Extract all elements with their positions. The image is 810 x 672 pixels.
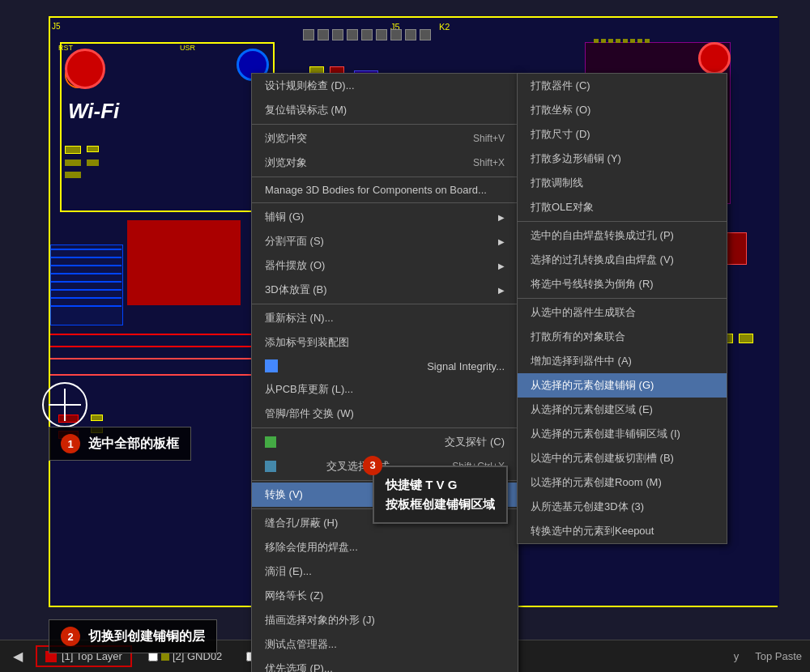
menu-browse-object[interactable]: 浏览对象 Shift+X bbox=[252, 151, 518, 175]
menu-cross-probe[interactable]: 交叉探针 (C) bbox=[252, 430, 518, 454]
submenu-spread-poly[interactable]: 打散多边形铺铜 (Y) bbox=[518, 147, 727, 171]
menu-design-rules[interactable]: 设计规则检查 (D)... bbox=[252, 74, 518, 98]
menu-sep-3 bbox=[252, 202, 518, 203]
menu-assist[interactable]: 辅铜 (G) bbox=[252, 205, 518, 229]
menu-browse-collision[interactable]: 浏览冲突 Shift+V bbox=[252, 126, 518, 151]
step-3-circle: 3 bbox=[363, 456, 382, 475]
submenu-sep-2 bbox=[518, 298, 727, 299]
tooltip-line1: 快捷键 T V G bbox=[386, 475, 495, 495]
probe-icon bbox=[265, 436, 276, 448]
submenu-union-all[interactable]: 打散所有的对象联合 bbox=[518, 325, 727, 349]
step-2-number: 2 bbox=[61, 627, 80, 646]
submenu-free-pad-to-via[interactable]: 选中的自由焊盘转换成过孔 (P) bbox=[518, 223, 727, 248]
tooltip-line2: 按板框创建铺铜区域 bbox=[386, 495, 495, 514]
menu-re-annotate[interactable]: 重新标注 (N)... bbox=[252, 306, 518, 330]
y-coord-label: y bbox=[734, 650, 740, 662]
menu-add-label[interactable]: 添加标号到装配图 bbox=[252, 330, 518, 355]
select-icon bbox=[265, 461, 276, 472]
submenu-copper-from-sel[interactable]: 从选择的元素创建铺铜 (G) bbox=[518, 373, 727, 398]
menu-preferences[interactable]: 优先选项 (P)... bbox=[252, 657, 518, 672]
menu-reset-errors[interactable]: 复位错误标志 (M) bbox=[252, 98, 518, 122]
menu-net-length[interactable]: 网络等长 (Z) bbox=[252, 584, 518, 608]
submenu-3d-from-sel[interactable]: 从所选基元创建3D体 (3) bbox=[518, 495, 727, 519]
menu-comp-exchange[interactable]: 管脚/部件 交换 (W) bbox=[252, 402, 518, 426]
nav-left-button[interactable]: ◀ bbox=[8, 647, 28, 666]
submenu-via-to-free-pad[interactable]: 选择的过孔转换成自由焊盘 (V) bbox=[518, 248, 727, 272]
crosshair bbox=[42, 382, 87, 427]
submenu-room-from-sel[interactable]: 以选择的元素创建Room (M) bbox=[518, 470, 727, 495]
submenu-spread-coord[interactable]: 打散坐标 (O) bbox=[518, 98, 727, 122]
pcb-label-usr: USR bbox=[180, 44, 195, 52]
submenu-convert: 打散器件 (C) 打散坐标 (O) 打散尺寸 (D) 打散多边形铺铜 (Y) 打… bbox=[517, 73, 727, 544]
menu-sep-1 bbox=[252, 124, 518, 125]
submenu-keepout-from-sel[interactable]: 转换选中的元素到Keepout bbox=[518, 519, 727, 543]
submenu-region-from-sel[interactable]: 从选择的元素创建区域 (E) bbox=[518, 398, 727, 422]
menu-sep-5 bbox=[252, 427, 518, 428]
submenu-line-to-arc[interactable]: 将选中号线转换为倒角 (R) bbox=[518, 272, 727, 296]
submenu-union-from-sel[interactable]: 从选中的器件生成联合 bbox=[518, 300, 727, 325]
submenu-spread-curve[interactable]: 打散调制线 bbox=[518, 171, 727, 195]
context-menu: 设计规则检查 (D)... 复位错误标志 (M) 浏览冲突 Shift+V 浏览… bbox=[251, 73, 518, 672]
tooltip-bubble: 3 快捷键 T V G 按板框创建铺铜区域 bbox=[373, 466, 508, 524]
menu-remove-pads[interactable]: 移除会使用的焊盘... bbox=[252, 535, 518, 559]
menu-sep-4 bbox=[252, 304, 518, 304]
layer-2-color bbox=[161, 653, 169, 661]
step-2-annotation: 2 切换到创建铺铜的层 bbox=[49, 619, 217, 653]
menu-manage-3d[interactable]: Manage 3D Bodies for Components on Board… bbox=[252, 179, 518, 201]
step-2-text: 切换到创建铺铜的层 bbox=[88, 628, 205, 645]
menu-3d-placement[interactable]: 3D体放置 (B) bbox=[252, 278, 518, 302]
submenu-sep-1 bbox=[518, 221, 727, 222]
menu-update-from-pcb[interactable]: 从PCB库更新 (L)... bbox=[252, 377, 518, 402]
submenu-add-to-union[interactable]: 增加选择到器件中 (A) bbox=[518, 349, 727, 373]
menu-sep-2 bbox=[252, 177, 518, 177]
menu-comp-placement[interactable]: 器件摆放 (O) bbox=[252, 253, 518, 278]
board-label-j5: J5 bbox=[52, 22, 61, 31]
step-1-number: 1 bbox=[61, 434, 80, 453]
step-1-annotation: 1 选中全部的板框 bbox=[49, 427, 191, 461]
menu-teardrop[interactable]: 滴泪 (E)... bbox=[252, 559, 518, 584]
submenu-non-copper-from-sel[interactable]: 从选择的元素创建非铺铜区域 (I) bbox=[518, 422, 727, 446]
step-1-text: 选中全部的板框 bbox=[88, 436, 179, 453]
menu-signal-integrity[interactable]: Signal Integrity... bbox=[252, 355, 518, 377]
signal-icon bbox=[265, 359, 278, 372]
pcb-label-rst: RST bbox=[58, 44, 73, 52]
submenu-spread-dim[interactable]: 打散尺寸 (D) bbox=[518, 122, 727, 147]
menu-test-manager[interactable]: 测试点管理器... bbox=[252, 632, 518, 657]
submenu-spread-ole[interactable]: 打散OLE对象 bbox=[518, 195, 727, 219]
wifi-label: Wi-Fi bbox=[68, 99, 119, 124]
menu-split-plane[interactable]: 分割平面 (S) bbox=[252, 229, 518, 253]
submenu-cutout-from-sel[interactable]: 以选中的元素创建板切割槽 (B) bbox=[518, 446, 727, 470]
menu-outline[interactable]: 描画选择对象的外形 (J) bbox=[252, 608, 518, 632]
submenu-spread-comp[interactable]: 打散器件 (C) bbox=[518, 74, 727, 98]
status-right-area: y Top Paste bbox=[734, 650, 802, 662]
top-paste-label: Top Paste bbox=[755, 650, 802, 662]
